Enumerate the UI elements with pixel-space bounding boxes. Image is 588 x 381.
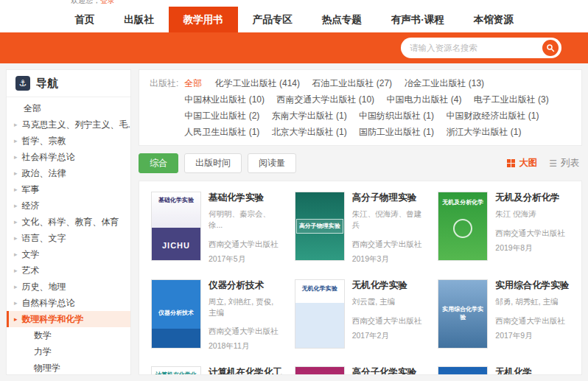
sort-comprehensive-button[interactable]: 综合: [139, 153, 178, 173]
chevron-right-icon: ▸: [14, 265, 18, 276]
chevron-right-icon: ▸: [14, 151, 18, 163]
book-authors: 刘云霞, 主编: [352, 296, 422, 307]
publisher-filter-link[interactable]: 中国电力出版社 (4): [386, 91, 461, 108]
sidebar-item-history-geography[interactable]: ▸历史、地理: [7, 279, 130, 295]
sidebar-item-label: 经济: [22, 200, 40, 212]
book-title[interactable]: 无机化学实验: [352, 279, 422, 291]
book-card[interactable]: 仪器分析技术 仪器分析技术 周立, 刘艳红, 贾俊, 主编 西南交通大学出版社 …: [151, 279, 283, 352]
publisher-filter-link[interactable]: 中国纺织出版社 (1): [359, 108, 434, 124]
book-authors: 周立, 刘艳红, 贾俊, 主编: [209, 296, 283, 318]
publisher-filter-link[interactable]: 中国林业出版社 (10): [184, 91, 265, 108]
tab-publishers[interactable]: 出版社: [109, 7, 169, 32]
publisher-filter-link[interactable]: 北京大学出版社 (1): [272, 124, 347, 140]
publisher-filter-link[interactable]: 浙江大学出版社 (1): [446, 124, 521, 140]
publisher-filter-link[interactable]: 国防工业出版社 (1): [359, 124, 434, 140]
book-card[interactable]: 无机化学 无机化学 刘云霞, 主编 西南交通大学出版社: [438, 366, 570, 375]
publisher-filter-link[interactable]: 西南交通大学出版社 (10): [276, 91, 374, 108]
publisher-filter-list: 全部 化学工业出版社 (414) 石油工业出版社 (27) 冶金工业出版社 (1…: [184, 75, 571, 140]
book-cover[interactable]: 仪器分析技术: [151, 279, 201, 349]
sidebar-item-literature[interactable]: ▸文学: [7, 246, 130, 262]
book-title[interactable]: 高分子物理实验: [352, 192, 427, 203]
tab-product-zone[interactable]: 产品专区: [238, 7, 307, 32]
tab-home[interactable]: 首页: [60, 7, 109, 32]
publisher-filter-link[interactable]: 中国财政经济出版社 (1): [446, 108, 539, 124]
sidebar-subitem-physics[interactable]: 物理学: [7, 360, 130, 375]
sidebar-item-label: 语言、文字: [22, 232, 66, 244]
chevron-right-icon: ▸: [14, 297, 18, 309]
cover-title: 高分子物理实验: [296, 219, 343, 234]
book-cover[interactable]: 高分子化学实验: [295, 366, 345, 375]
search-input[interactable]: [410, 43, 542, 52]
view-list-toggle[interactable]: ☰ 列表: [549, 157, 579, 169]
search-button[interactable]: [542, 40, 559, 56]
sidebar-item-art[interactable]: ▸艺术: [7, 262, 130, 279]
book-card[interactable]: 计算机在化学化工中的应用 计算机在化学化工中的应用 吕利平 徐建华 魏晓安 西南…: [151, 366, 283, 375]
book-cover[interactable]: 基础化学实验 JICHU: [151, 192, 201, 261]
book-date: 2019年3月: [352, 254, 427, 265]
sort-read-count-button[interactable]: 阅读量: [248, 153, 296, 173]
cover-title: 无机化学实验: [300, 285, 340, 293]
sidebar-item-label: 政治、法律: [22, 167, 66, 179]
book-cover[interactable]: 无机化学: [438, 366, 488, 375]
tab-audiobooks-courses[interactable]: 有声书·课程: [377, 7, 459, 32]
sidebar-item-natural-science[interactable]: ▸自然科学总论: [7, 295, 130, 311]
sidebar-item-philosophy-religion[interactable]: ▸哲学、宗教: [7, 133, 130, 149]
book-cover[interactable]: 无机化学实验: [295, 279, 345, 349]
book-cover[interactable]: 实用综合化学实验: [438, 279, 488, 349]
sidebar-item-marxism[interactable]: ▸马克思主义、列宁主义、毛...: [7, 116, 130, 133]
chevron-right-icon: ▸: [14, 183, 18, 195]
publisher-filter-link[interactable]: 冶金工业出版社 (13): [404, 75, 484, 91]
tab-library-resources[interactable]: 本馆资源: [459, 7, 528, 32]
publisher-filter-all[interactable]: 全部: [184, 75, 202, 91]
sidebar-item-all[interactable]: 全部: [7, 100, 130, 116]
book-cover[interactable]: 无机及分析化学: [438, 192, 488, 261]
sidebar-item-social-science[interactable]: ▸社会科学总论: [7, 149, 130, 165]
book-title[interactable]: 无机化学: [495, 366, 565, 375]
sidebar-item-military[interactable]: ▸军事: [7, 181, 130, 198]
book-title[interactable]: 计算机在化学化工中的应用: [209, 366, 283, 375]
publisher-filter-link[interactable]: 石油工业出版社 (27): [312, 75, 392, 91]
publisher-filter-link[interactable]: 人民卫生出版社 (1): [184, 124, 259, 140]
login-link[interactable]: 登录: [100, 0, 115, 4]
book-card[interactable]: 无机化学实验 无机化学实验 刘云霞, 主编 西南交通大学出版社 2017年2月: [295, 279, 427, 352]
publisher-filter-link[interactable]: 电子工业出版社 (3): [474, 91, 549, 108]
sidebar-item-culture-education-sports[interactable]: ▸文化、科学、教育、体育: [7, 214, 130, 230]
book-card[interactable]: 基础化学实验 JICHU 基础化学实验 何明明、秦宗会、徐... 西南交通大学出…: [151, 192, 283, 265]
book-date: 2019年8月: [495, 243, 565, 254]
publisher-filter-card: 出版社: 全部 化学工业出版社 (414) 石油工业出版社 (27) 冶金工业出…: [139, 69, 582, 146]
book-card[interactable]: 高分子物理实验 高分子物理实验 朱江、倪海涛、曾建兵 西南交通大学出版社 201…: [295, 192, 427, 265]
sidebar-item-economics[interactable]: ▸经济: [7, 198, 130, 214]
sort-bar: 综合 出版时间 阅读量 大图 ☰ 列表: [139, 153, 582, 173]
book-title[interactable]: 无机及分析化学: [495, 192, 565, 203]
book-title[interactable]: 高分子化学实验: [352, 366, 422, 375]
content-area: ⚓ 导航 全部 ▸马克思主义、列宁主义、毛... ▸哲学、宗教 ▸社会科学总论 …: [0, 63, 588, 375]
sidebar-item-label: 哲学、宗教: [22, 135, 66, 147]
publisher-filter-link[interactable]: 中国工业出版社 (2): [184, 108, 259, 124]
book-title[interactable]: 基础化学实验: [209, 192, 283, 203]
book-card[interactable]: 实用综合化学实验 实用综合化学实验 邹勇, 胡秀虹, 主编 西南交通大学出版社 …: [438, 279, 570, 352]
sidebar-item-language[interactable]: ▸语言、文字: [7, 230, 130, 246]
publisher-filter-link[interactable]: 化学工业出版社 (414): [215, 75, 300, 91]
sidebar-item-politics-law[interactable]: ▸政治、法律: [7, 165, 130, 181]
book-cover[interactable]: 计算机在化学化工中的应用: [151, 366, 201, 375]
sort-publish-date-button[interactable]: 出版时间: [184, 153, 242, 173]
book-cover[interactable]: 高分子物理实验: [295, 192, 345, 261]
publisher-filter-link[interactable]: 东南大学出版社 (1): [272, 108, 347, 124]
book-card[interactable]: 高分子化学实验 高分子化学实验 朱江 曾建兵 西南交通大学出版社: [295, 366, 427, 375]
sidebar-item-label: 自然科学总论: [22, 297, 75, 309]
sidebar-item-math-science-chemistry[interactable]: ▸数理科学和化学: [7, 311, 130, 327]
sidebar-item-label: 艺术: [22, 265, 40, 276]
book-publisher: 西南交通大学出版社: [352, 316, 422, 326]
sidebar-subitem-mechanics[interactable]: 力学: [7, 343, 130, 360]
book-title[interactable]: 仪器分析技术: [209, 279, 283, 291]
tab-hot-topics[interactable]: 热点专题: [307, 7, 377, 32]
sidebar-subitem-math[interactable]: 数学: [7, 327, 130, 343]
view-large-toggle[interactable]: 大图: [507, 157, 537, 169]
book-card[interactable]: 无机及分析化学 无机及分析化学 朱江 倪海涛 西南交通大学出版社 2019年8月: [438, 192, 570, 265]
book-authors: 朱江、倪海涛、曾建兵: [352, 209, 427, 230]
book-date: 2017年2月: [352, 331, 422, 341]
greeting-text: 欢迎您，: [71, 0, 100, 4]
book-title[interactable]: 实用综合化学实验: [495, 279, 569, 291]
tab-teaching-books[interactable]: 教学用书: [169, 7, 238, 32]
book-publisher: 西南交通大学出版社: [352, 240, 427, 250]
